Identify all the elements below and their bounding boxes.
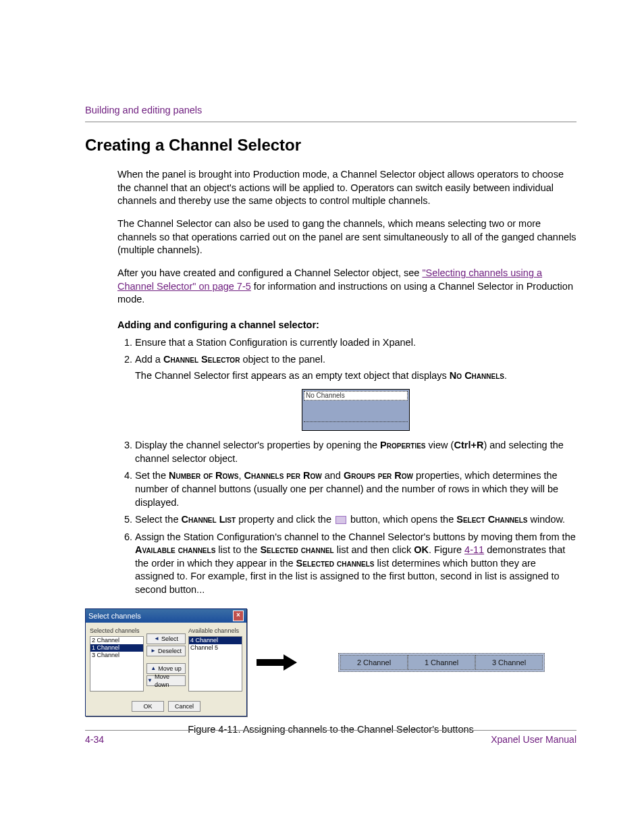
para3-pre: After you have created and configured a … <box>117 267 422 278</box>
selected-channels-label: Selected channels <box>90 627 144 635</box>
step3-a: Display the channel selector's propertie… <box>135 440 380 450</box>
step4-m1: , <box>238 470 244 481</box>
list-item[interactable]: Channel 5 <box>189 644 242 652</box>
step6-m1: list to the <box>215 544 260 555</box>
deselect-button[interactable]: ►Deselect <box>146 646 186 656</box>
channel-button[interactable]: 3 Channel <box>475 655 543 670</box>
step5-b: property and click the <box>236 514 334 525</box>
step5-sc1: Channel List <box>182 514 236 525</box>
step6-sc1: Available channels <box>135 544 215 555</box>
arrow-down-icon: ▼ <box>147 678 153 683</box>
svg-marker-0 <box>257 654 297 671</box>
movedown-button-label: Move down <box>155 673 185 689</box>
manual-name: Xpanel User Manual <box>491 733 576 746</box>
document-page: Building and editing panels Creating a C… <box>0 0 644 834</box>
nc-bottom-ornament <box>304 421 408 429</box>
move-down-button[interactable]: ▼Move down <box>146 675 186 686</box>
arrow-left-icon: ◄ <box>154 636 159 642</box>
page-title: Creating a Channel Selector <box>85 134 576 156</box>
channel-selector-preview: 2 Channel 1 Channel 3 Channel <box>338 653 545 672</box>
step-4: Set the Number of Rows, Channels per Row… <box>135 469 576 509</box>
channel-button[interactable]: 1 Channel <box>408 655 475 670</box>
procedure-heading: Adding and configuring a channel selecto… <box>117 319 576 332</box>
available-channels-column: Available channels 4 Channel Channel 5 <box>188 627 242 694</box>
step6-m2: list and then click <box>334 544 414 555</box>
step6-ok: OK <box>414 544 429 555</box>
paragraph-1: When the panel is brought into Productio… <box>117 168 576 208</box>
list-item[interactable]: 4 Channel <box>189 637 242 644</box>
dialog-titlebar: Select channels × <box>86 609 246 623</box>
available-channels-label: Available channels <box>188 627 242 635</box>
step2-sub: The Channel Selector first appears as an… <box>135 369 576 383</box>
step5-d: window. <box>528 514 566 525</box>
no-channels-label: No Channels <box>304 391 408 400</box>
step4-sc3: Groups per Row <box>344 470 413 481</box>
arrow-right-icon <box>257 654 297 671</box>
step3-shortcut: Ctrl+R <box>454 440 483 450</box>
step2sub-a: The Channel Selector first appears as an… <box>135 370 450 381</box>
cancel-button[interactable]: Cancel <box>168 701 200 712</box>
figure-4-11: Select channels × Selected channels 2 Ch… <box>85 608 576 716</box>
step-2: Add a Channel Selector object to the pan… <box>135 353 576 431</box>
list-item[interactable]: 3 Channel <box>90 652 143 659</box>
step6-sc3: Selected channels <box>296 558 375 569</box>
dialog-title-text: Select channels <box>88 611 141 621</box>
step2-text-b: object to the panel. <box>240 354 325 365</box>
figure-ref-link[interactable]: 4-11 <box>464 544 484 555</box>
dialog-body: Selected channels 2 Channel 1 Channel 3 … <box>86 623 246 698</box>
step2-smallcap: Channel Selector <box>163 354 240 365</box>
step4-m2: and <box>322 470 344 481</box>
arrow-right-icon: ► <box>151 648 156 654</box>
step2sub-b: . <box>504 370 507 381</box>
close-icon[interactable]: × <box>233 610 244 621</box>
step5-c: button, which opens the <box>348 514 456 525</box>
select-channels-dialog: Select channels × Selected channels 2 Ch… <box>85 608 247 716</box>
step3-b: view ( <box>426 440 454 450</box>
list-item[interactable]: 2 Channel <box>90 637 143 644</box>
page-footer: 4-34 Xpanel User Manual <box>85 730 576 746</box>
deselect-button-label: Deselect <box>158 647 182 655</box>
step-1: Ensure that a Station Configuration is c… <box>135 336 576 350</box>
step5-sc2: Select Channels <box>456 514 527 525</box>
step6-m3: . Figure <box>429 544 464 555</box>
step6-sc2: Selected channel <box>260 544 333 555</box>
available-channels-list[interactable]: 4 Channel Channel 5 <box>188 636 242 692</box>
paragraph-3: After you have created and configured a … <box>117 267 576 307</box>
paragraph-2: The Channel Selector can also be used to… <box>117 217 576 257</box>
dialog-button-column: ◄Select ►Deselect ▲Move up ▼Move down <box>146 627 186 694</box>
arrow-up-icon: ▲ <box>151 666 156 671</box>
step4-a: Set the <box>135 470 169 481</box>
step2sub-sc: No Channels <box>450 370 504 381</box>
step-6: Assign the Station Configuration's chann… <box>135 531 576 597</box>
step3-sc: Properties <box>380 440 425 450</box>
dialog-footer: OK Cancel <box>86 698 246 716</box>
selected-channels-list[interactable]: 2 Channel 1 Channel 3 Channel <box>90 636 144 692</box>
list-item[interactable]: 1 Channel <box>90 644 143 652</box>
step5-a: Select the <box>135 514 182 525</box>
ellipsis-button-icon <box>336 516 346 524</box>
step6-a: Assign the Station Configuration's chann… <box>135 531 576 542</box>
step2-text-a: Add a <box>135 354 163 365</box>
breadcrumb: Building and editing panels <box>85 104 576 118</box>
select-button-label: Select <box>161 635 178 643</box>
step4-sc2: Channels per Row <box>244 470 322 481</box>
selected-channels-column: Selected channels 2 Channel 1 Channel 3 … <box>90 627 144 694</box>
channel-button[interactable]: 2 Channel <box>340 655 408 670</box>
moveup-button-label: Move up <box>158 664 182 673</box>
header-rule <box>85 122 576 122</box>
channel-selector-empty: No Channels <box>302 389 410 431</box>
ok-button[interactable]: OK <box>132 701 164 712</box>
no-channels-figure: No Channels <box>302 389 410 431</box>
step4-sc1: Number of Rows <box>169 470 238 481</box>
step-3: Display the channel selector's propertie… <box>135 439 576 465</box>
step-5: Select the Channel List property and cli… <box>135 513 576 527</box>
procedure-list: Ensure that a Station Configuration is c… <box>117 336 576 597</box>
page-number: 4-34 <box>85 733 104 746</box>
select-button[interactable]: ◄Select <box>146 633 186 644</box>
